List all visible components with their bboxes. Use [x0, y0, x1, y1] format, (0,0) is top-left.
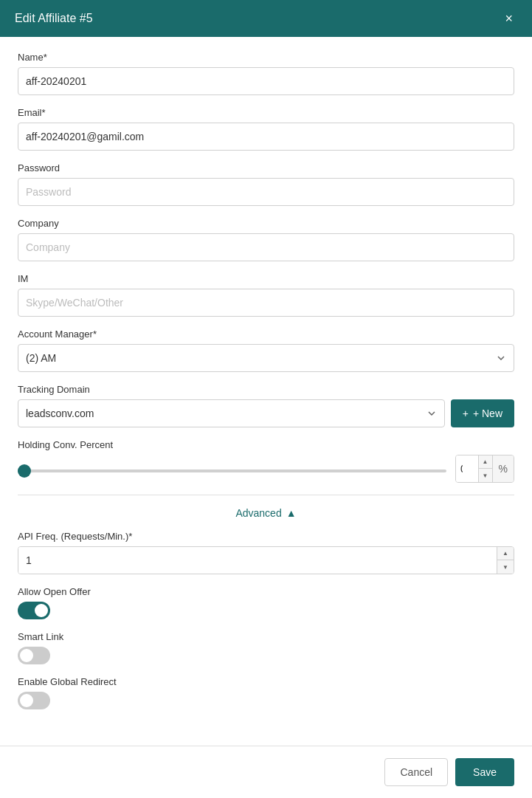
- name-label: Name*: [18, 52, 514, 63]
- smart-link-toggle[interactable]: [18, 647, 50, 664]
- api-freq-controls: ▲ ▼: [497, 546, 514, 574]
- im-group: IM: [18, 273, 514, 317]
- api-freq-input[interactable]: [18, 547, 497, 574]
- api-freq-up-button[interactable]: ▲: [497, 546, 514, 560]
- api-freq-input-wrapper: ▲ ▼: [18, 546, 514, 574]
- email-input[interactable]: [18, 123, 514, 151]
- percent-up-button[interactable]: ▲: [479, 455, 492, 469]
- slider-container: [18, 462, 446, 475]
- allow-open-offer-toggle[interactable]: [18, 602, 50, 619]
- password-group: Password: [18, 162, 514, 206]
- slider-row: ▲ ▼ %: [18, 455, 514, 483]
- tracking-domain-select[interactable]: leadsconv.com: [18, 399, 445, 427]
- email-group: Email*: [18, 107, 514, 151]
- allow-open-offer-slider: [18, 602, 50, 619]
- api-freq-label: API Freq. (Requests/Min.)*: [18, 531, 514, 542]
- percent-input-wrapper: ▲ ▼ %: [455, 455, 514, 483]
- close-button[interactable]: ×: [500, 10, 517, 27]
- save-button[interactable]: Save: [455, 758, 514, 786]
- new-tracking-domain-button[interactable]: + + New: [451, 399, 514, 427]
- tracking-domain-group: Tracking Domain leadsconv.com + + New: [18, 384, 514, 427]
- smart-link-group: Smart Link: [18, 631, 514, 664]
- company-input[interactable]: [18, 233, 514, 261]
- tracking-domain-label: Tracking Domain: [18, 384, 514, 395]
- api-freq-group: API Freq. (Requests/Min.)* ▲ ▼: [18, 531, 514, 574]
- advanced-toggle[interactable]: Advanced ▲: [18, 501, 514, 525]
- percent-symbol: %: [492, 455, 514, 482]
- modal-title: Edit Affiliate #5: [15, 12, 93, 25]
- company-group: Company: [18, 218, 514, 261]
- account-manager-group: Account Manager* (2) AM: [18, 329, 514, 372]
- api-freq-down-button[interactable]: ▼: [497, 560, 514, 574]
- edit-affiliate-modal: Edit Affiliate #5 × Name* Email* Passwor…: [0, 0, 532, 798]
- modal-header: Edit Affiliate #5 ×: [0, 0, 532, 37]
- percent-controls: ▲ ▼: [478, 455, 492, 483]
- holding-conv-slider[interactable]: [18, 469, 446, 472]
- cancel-button[interactable]: Cancel: [384, 758, 448, 786]
- allow-open-offer-label: Allow Open Offer: [18, 586, 514, 597]
- account-manager-select[interactable]: (2) AM: [18, 344, 514, 372]
- name-input[interactable]: [18, 67, 514, 95]
- chevron-up-icon: ▲: [286, 507, 297, 519]
- company-label: Company: [18, 218, 514, 229]
- enable-global-redirect-toggle[interactable]: [18, 692, 50, 709]
- advanced-section: API Freq. (Requests/Min.)* ▲ ▼ Allow Ope…: [18, 525, 514, 709]
- holding-conv-label: Holding Conv. Percent: [18, 439, 514, 450]
- im-label: IM: [18, 273, 514, 284]
- divider: [18, 495, 514, 495]
- enable-global-redirect-slider: [18, 692, 50, 709]
- tracking-domain-row: leadsconv.com + + New: [18, 399, 514, 427]
- enable-global-redirect-label: Enable Global Redirect: [18, 676, 514, 687]
- allow-open-offer-group: Allow Open Offer: [18, 586, 514, 619]
- email-label: Email*: [18, 107, 514, 118]
- plus-icon: +: [463, 407, 469, 419]
- smart-link-label: Smart Link: [18, 631, 514, 642]
- holding-conv-group: Holding Conv. Percent ▲ ▼ %: [18, 439, 514, 483]
- modal-footer: Cancel Save: [0, 746, 532, 798]
- im-input[interactable]: [18, 289, 514, 317]
- smart-link-slider: [18, 647, 50, 664]
- modal-body: Name* Email* Password Company IM Account…: [0, 37, 532, 746]
- percent-input[interactable]: [456, 455, 478, 482]
- password-input[interactable]: [18, 178, 514, 206]
- percent-down-button[interactable]: ▼: [479, 469, 492, 483]
- enable-global-redirect-group: Enable Global Redirect: [18, 676, 514, 709]
- password-label: Password: [18, 162, 514, 173]
- name-group: Name*: [18, 52, 514, 95]
- advanced-label: Advanced: [235, 507, 281, 519]
- account-manager-label: Account Manager*: [18, 329, 514, 340]
